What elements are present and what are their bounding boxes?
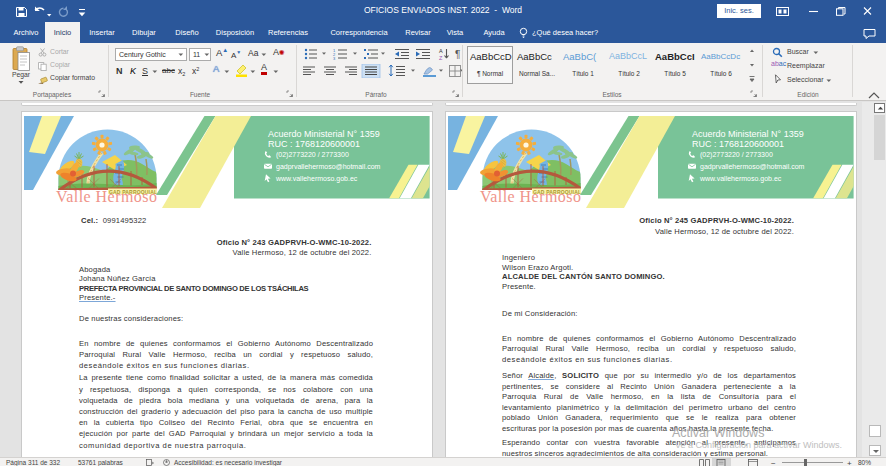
svg-text:¶: ¶ bbox=[455, 49, 460, 60]
svg-text:3: 3 bbox=[333, 56, 336, 61]
svg-text:Z: Z bbox=[439, 55, 443, 61]
svg-text:A: A bbox=[439, 48, 443, 54]
